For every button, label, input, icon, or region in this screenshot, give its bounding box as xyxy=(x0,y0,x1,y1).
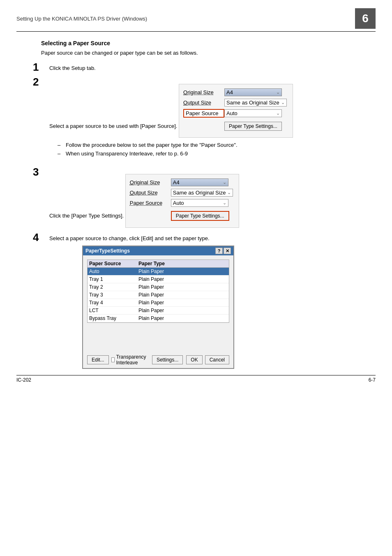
output-size-arrow-1: ⌄ xyxy=(281,100,285,105)
col-header-type: Paper Type xyxy=(138,261,227,266)
dialog-footer-right: OK Cancel xyxy=(186,355,229,364)
bullet-text-1: Follow the procedure below to set the pa… xyxy=(66,142,238,148)
step-4-number: 4 xyxy=(33,232,49,243)
dialog-table-header: Paper Source Paper Type xyxy=(87,259,229,268)
form-row-original-2: Original Size A4 ⌄ xyxy=(130,178,233,186)
paper-type-settings-btn-2[interactable]: Paper Type Settings... xyxy=(171,211,229,221)
step-2-number: 2 xyxy=(33,76,49,87)
original-size-label-1: Original Size xyxy=(183,89,224,95)
dialog-table-row[interactable]: Tray 2Plain Paper xyxy=(88,283,229,291)
output-size-label-2: Output Size xyxy=(130,190,171,196)
transparency-checkbox[interactable] xyxy=(111,357,115,362)
cancel-button[interactable]: Cancel xyxy=(205,355,229,364)
output-size-arrow-2: ⌄ xyxy=(227,190,231,195)
paper-source-label-1: Paper Source xyxy=(183,109,224,118)
form-row-output-2: Output Size Same as Original Size ⌄ xyxy=(130,189,233,197)
step-3-content: Click the [Paper Type Settings]. Origina… xyxy=(49,168,376,228)
form-panel-1: Original Size A4 ⌄ Output Size Same as O… xyxy=(179,84,293,138)
dialog-close-btn[interactable]: ✕ xyxy=(224,248,231,254)
step-4: 4 Select a paper source to change, click… xyxy=(33,234,376,369)
dialog-footer: Edit... Transparency Interleave Settings… xyxy=(83,352,233,368)
dialog-wrapper: PaperTypeSettings ? ✕ Paper Source Paper… xyxy=(82,246,234,369)
paper-source-arrow-1: ⌄ xyxy=(276,111,280,116)
form-row-original-1: Original Size A4 ⌄ xyxy=(183,88,287,96)
paper-source-value-1: Auto xyxy=(226,110,274,116)
section-intro: Paper source can be changed or paper typ… xyxy=(41,50,376,56)
chapter-badge: 6 xyxy=(355,8,376,29)
original-size-value-2: A4 xyxy=(173,179,221,185)
step-3: 3 Click the [Paper Type Settings]. Origi… xyxy=(33,168,376,228)
dialog-body: Paper Source Paper Type AutoPlain PaperT… xyxy=(83,255,233,327)
dialog-table-body: AutoPlain PaperTray 1Plain PaperTray 2Pl… xyxy=(87,268,229,323)
dialog-help-btn[interactable]: ? xyxy=(215,248,223,254)
paper-type-settings-btn-1[interactable]: Paper Type Settings... xyxy=(224,122,282,131)
paper-source-arrow-2: ⌄ xyxy=(223,200,226,206)
bullet-dash-1: – xyxy=(58,142,62,148)
dialog-table-row[interactable]: Tray 4Plain Paper xyxy=(88,299,229,307)
header-title: Setting Up the KONICA MINOLTA PS Driver … xyxy=(16,16,147,22)
step-2: 2 Select a paper source to be used with … xyxy=(33,78,376,162)
footer-left: IC-202 xyxy=(16,377,31,383)
col-header-source: Paper Source xyxy=(89,261,138,266)
form-row-btn-1: Paper Type Settings... xyxy=(183,120,287,131)
output-size-select-2[interactable]: Same as Original Size ⌄ xyxy=(171,189,233,197)
dialog-table-row[interactable]: Bypass TrayPlain Paper xyxy=(88,315,229,322)
output-size-select-1[interactable]: Same as Original Size ⌄ xyxy=(224,99,287,107)
transparency-row: Transparency Interleave xyxy=(111,354,148,366)
original-size-value-1: A4 xyxy=(226,89,274,95)
dialog-titlebar: PaperTypeSettings ? ✕ xyxy=(83,246,233,255)
output-size-label-1: Output Size xyxy=(183,100,224,106)
paper-source-select-1[interactable]: Auto ⌄ xyxy=(224,109,282,117)
step-2-content: Select a paper source to be used with [P… xyxy=(49,78,376,162)
bullet-item-1: – Follow the procedure below to set the … xyxy=(58,142,376,148)
dialog-spacer xyxy=(83,327,233,352)
step-1-number: 1 xyxy=(33,62,49,72)
form-row-source-2: Paper Source Auto ⌄ xyxy=(130,199,233,207)
dialog-table-row[interactable]: Tray 1Plain Paper xyxy=(88,276,229,283)
dialog-title: PaperTypeSettings xyxy=(85,248,130,254)
original-size-arrow-2: ⌄ xyxy=(223,180,226,185)
form-panel-2: Original Size A4 ⌄ Output Size Same as O… xyxy=(125,174,240,228)
bullet-item-2: – When using Transparency Interleave, re… xyxy=(58,151,376,157)
original-size-label-2: Original Size xyxy=(130,179,171,185)
step-1: 1 Click the Setup tab. xyxy=(33,63,376,72)
section-heading: Selecting a Paper Source xyxy=(41,40,376,46)
bullet-text-2: When using Transparency Interleave, refe… xyxy=(66,151,188,157)
page-footer: IC-202 6-7 xyxy=(16,375,376,383)
page-container: Setting Up the KONICA MINOLTA PS Driver … xyxy=(0,0,392,391)
edit-button[interactable]: Edit... xyxy=(87,355,109,364)
step-1-content: Click the Setup tab. xyxy=(49,63,376,71)
original-size-select-2[interactable]: A4 ⌄ xyxy=(171,178,228,186)
dialog-box: PaperTypeSettings ? ✕ Paper Source Paper… xyxy=(82,246,234,369)
form-row-output-1: Output Size Same as Original Size ⌄ xyxy=(183,99,287,107)
form-row-btn-2: Paper Type Settings... xyxy=(130,209,233,221)
paper-source-label-2: Paper Source xyxy=(130,200,171,206)
paper-source-value-2: Auto xyxy=(173,200,221,206)
step-3-number: 3 xyxy=(33,167,49,177)
paper-source-select-2[interactable]: Auto ⌄ xyxy=(171,199,228,207)
output-size-value-2: Same as Original Size xyxy=(173,190,226,196)
ok-button[interactable]: OK xyxy=(186,355,202,364)
transparency-label: Transparency Interleave xyxy=(116,354,148,366)
bullet-list: – Follow the procedure below to set the … xyxy=(58,142,376,157)
footer-right: 6-7 xyxy=(369,377,376,383)
output-size-value-1: Same as Original Size xyxy=(226,100,279,106)
dialog-footer-left: Edit... Transparency Interleave Settings… xyxy=(87,354,183,366)
dialog-title-buttons: ? ✕ xyxy=(215,248,231,254)
dialog-table-row[interactable]: AutoPlain Paper xyxy=(88,268,229,276)
page-header: Setting Up the KONICA MINOLTA PS Driver … xyxy=(16,8,376,32)
original-size-arrow-1: ⌄ xyxy=(276,90,280,95)
dialog-table-row[interactable]: Tray 3Plain Paper xyxy=(88,291,229,299)
step-4-content: Select a paper source to change, click [… xyxy=(49,234,376,369)
form-row-source-1: Paper Source Auto ⌄ xyxy=(183,109,287,118)
bullet-dash-2: – xyxy=(58,151,62,157)
original-size-select-1[interactable]: A4 ⌄ xyxy=(224,88,282,96)
settings-button[interactable]: Settings... xyxy=(152,355,183,364)
dialog-table-row[interactable]: LCTPlain Paper xyxy=(88,307,229,315)
